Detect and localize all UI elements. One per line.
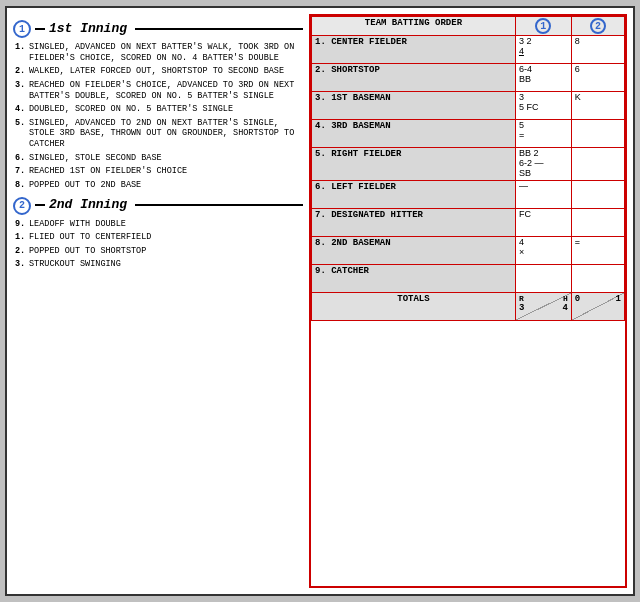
list-item: 1. SINGLED, ADVANCED ON NEXT BATTER'S WA… — [15, 42, 303, 63]
table-row: 4. 3RD BASEMAN 5= — [312, 120, 625, 148]
batting-order-header: TEAM BATTING ORDER — [312, 17, 516, 36]
player-1-col1: 3 24 — [515, 36, 571, 64]
inning-1-title: 1st Inning — [49, 21, 127, 38]
player-6-col1: — — [515, 180, 571, 208]
inning-1-circle: 1 — [13, 20, 31, 38]
table-row: 8. 2ND BASEMAN 4× = — [312, 236, 625, 264]
player-1-col2: 8 — [571, 36, 624, 64]
player-9-col1 — [515, 264, 571, 292]
list-item: 9. LEADOFF WITH DOUBLE — [15, 219, 303, 230]
list-item: 2. WALKED, LATER FORCED OUT, SHORTSTOP T… — [15, 66, 303, 77]
player-4-col2 — [571, 120, 624, 148]
score-table-panel: TEAM BATTING ORDER 1 2 1. CENTER FIELDER… — [309, 14, 627, 588]
player-4-col1: 5= — [515, 120, 571, 148]
table-row: 9. CATCHER — [312, 264, 625, 292]
batting-order-table: TEAM BATTING ORDER 1 2 1. CENTER FIELDER… — [311, 16, 625, 321]
totals-col2: 0 1 — [571, 292, 624, 320]
table-row: 6. LEFT FIELDER — — [312, 180, 625, 208]
player-8-name: 8. 2ND BASEMAN — [312, 236, 516, 264]
table-header-row: TEAM BATTING ORDER 1 2 — [312, 17, 625, 36]
col2-circle: 2 — [590, 18, 606, 34]
inning-2-header: 2 2nd Inning — [13, 197, 303, 215]
totals-row: TOTALS R H 3 4 0 1 — [312, 292, 625, 320]
player-7-col2 — [571, 208, 624, 236]
inning-1-line-right — [135, 28, 303, 30]
inning-1-dash-left — [35, 28, 45, 30]
player-7-name: 7. DESIGNATED HITTER — [312, 208, 516, 236]
totals-label: TOTALS — [312, 292, 516, 320]
player-9-name: 9. CATCHER — [312, 264, 516, 292]
player-9-col2 — [571, 264, 624, 292]
player-2-col1: 6-4BB — [515, 64, 571, 92]
list-item: 3. REACHED ON FIELDER'S CHOICE, ADVANCED… — [15, 80, 303, 101]
table-row: 5. RIGHT FIELDER BB 26-2 —SB — [312, 148, 625, 181]
inning-2-circle: 2 — [13, 197, 31, 215]
table-row: 1. CENTER FIELDER 3 24 8 — [312, 36, 625, 64]
inning-2-plays: 9. LEADOFF WITH DOUBLE 1. FLIED OUT TO C… — [13, 219, 303, 271]
player-6-col2 — [571, 180, 624, 208]
left-panel: 1 1st Inning 1. SINGLED, ADVANCED ON NEX… — [13, 14, 303, 588]
player-3-col1: 35 FC — [515, 92, 571, 120]
player-4-name: 4. 3RD BASEMAN — [312, 120, 516, 148]
list-item: 8. POPPED OUT TO 2ND BASE — [15, 180, 303, 191]
col1-circle: 1 — [535, 18, 551, 34]
totals-col1: R H 3 4 — [515, 292, 571, 320]
player-5-col1: BB 26-2 —SB — [515, 148, 571, 181]
player-2-name: 2. SHORTSTOP — [312, 64, 516, 92]
list-item: 4. DOUBLED, SCORED ON NO. 5 BATTER'S SIN… — [15, 104, 303, 115]
player-2-col2: 6 — [571, 64, 624, 92]
col1-header: 1 — [515, 17, 571, 36]
inning-1-header: 1 1st Inning — [13, 20, 303, 38]
table-row: 3. 1ST BASEMAN 35 FC K — [312, 92, 625, 120]
player-5-name: 5. RIGHT FIELDER — [312, 148, 516, 181]
player-5-col2 — [571, 148, 624, 181]
list-item: 7. REACHED 1ST ON FIELDER'S CHOICE — [15, 166, 303, 177]
list-item: 5. SINGLED, ADVANCED TO 2ND ON NEXT BATT… — [15, 118, 303, 150]
player-6-name: 6. LEFT FIELDER — [312, 180, 516, 208]
table-row: 2. SHORTSTOP 6-4BB 6 — [312, 64, 625, 92]
list-item: 1. FLIED OUT TO CENTERFIELD — [15, 232, 303, 243]
player-3-name: 3. 1ST BASEMAN — [312, 92, 516, 120]
player-7-col1: FC — [515, 208, 571, 236]
list-item: 3. STRUCKOUT SWINGING — [15, 259, 303, 270]
player-8-col1: 4× — [515, 236, 571, 264]
table-row: 7. DESIGNATED HITTER FC — [312, 208, 625, 236]
inning-1-plays: 1. SINGLED, ADVANCED ON NEXT BATTER'S WA… — [13, 42, 303, 191]
player-8-col2: = — [571, 236, 624, 264]
list-item: 2. POPPED OUT TO SHORTSTOP — [15, 246, 303, 257]
inning-2-line-right — [135, 204, 303, 206]
player-3-col2: K — [571, 92, 624, 120]
main-container: 1 1st Inning 1. SINGLED, ADVANCED ON NEX… — [5, 6, 635, 596]
inning-2-dash-left — [35, 204, 45, 206]
inning-2-title: 2nd Inning — [49, 197, 127, 214]
col2-header: 2 — [571, 17, 624, 36]
list-item: 6. SINGLED, STOLE SECOND BASE — [15, 153, 303, 164]
player-1-name: 1. CENTER FIELDER — [312, 36, 516, 64]
